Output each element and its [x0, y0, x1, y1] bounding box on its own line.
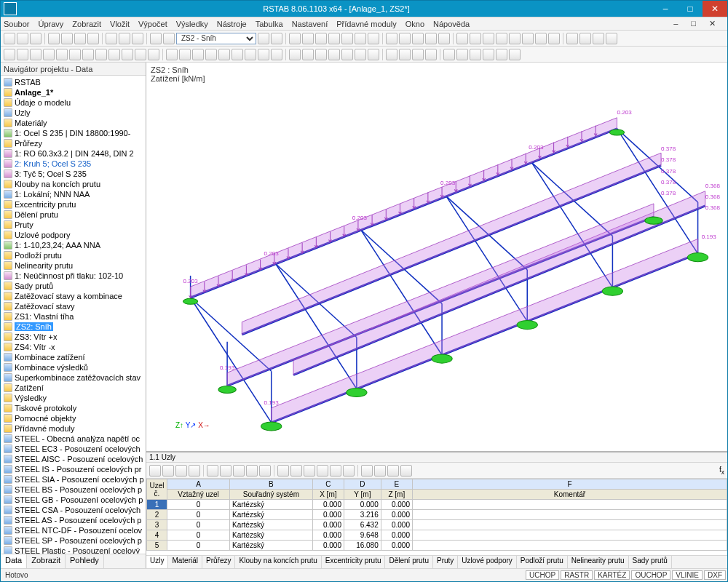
- menu-item[interactable]: Nastavení: [292, 20, 328, 28]
- table-tab[interactable]: Excentricity prutu: [322, 556, 386, 568]
- nav-tab-data[interactable]: Data: [1, 554, 27, 568]
- toolbar-button[interactable]: [566, 33, 578, 44]
- toolbar-button[interactable]: [289, 33, 301, 44]
- toolbar-button[interactable]: [61, 33, 73, 44]
- toolbar-button[interactable]: [205, 49, 217, 60]
- minimize-button[interactable]: –: [653, 1, 678, 17]
- toolbar-button[interactable]: [328, 33, 340, 44]
- toolbar-button[interactable]: [496, 49, 507, 60]
- project-tree[interactable]: RSTAB Anlage_1*Údaje o modeluUzlyMateriá…: [1, 76, 146, 554]
- tree-node[interactable]: STEEL AISC - Posouzení ocelových: [2, 454, 146, 464]
- toolbar-button[interactable]: [535, 33, 547, 44]
- toolbar-button[interactable]: [192, 49, 204, 60]
- tree-node[interactable]: 1: Neúčinnost při tlaku: 102-10: [2, 271, 146, 281]
- tree-node[interactable]: ZS4: Vítr -x: [2, 342, 146, 352]
- toolbar-button[interactable]: [579, 33, 591, 44]
- menu-item[interactable]: Nástroje: [217, 20, 247, 28]
- tree-node[interactable]: ZS3: Vítr +x: [2, 332, 146, 342]
- menu-item[interactable]: Vložit: [110, 20, 130, 28]
- tree-node[interactable]: STEEL CSA - Posouzení ocelových: [2, 505, 146, 515]
- toolbar-button[interactable]: [425, 49, 437, 60]
- toolbar-button[interactable]: [341, 33, 353, 44]
- toolbar-button[interactable]: [163, 33, 175, 44]
- tree-node[interactable]: Kombinace výsledků: [2, 362, 146, 372]
- toolbar-button[interactable]: [56, 49, 68, 60]
- table-tab[interactable]: Podloží prutu: [517, 556, 568, 568]
- toolbar-button[interactable]: [69, 49, 81, 60]
- mdi-close-icon[interactable]: ✕: [709, 19, 716, 28]
- tree-node[interactable]: 1: RO 60.3x3.2 | DIN 2448, DIN 2: [2, 148, 146, 159]
- toolbar-button[interactable]: [132, 33, 143, 44]
- tree-node[interactable]: Materiály: [2, 118, 146, 128]
- table-tab[interactable]: Materiál: [168, 556, 202, 568]
- toolbar-button[interactable]: [119, 33, 130, 44]
- toolbar-button[interactable]: [438, 33, 450, 44]
- toolbar-button[interactable]: [232, 49, 243, 60]
- tree-node[interactable]: 1: Lokální; NNN NAA: [2, 189, 146, 199]
- toolbar-button[interactable]: [17, 33, 28, 44]
- tree-node[interactable]: Zatěžovací stavy: [2, 301, 146, 311]
- toolbar-button[interactable]: [496, 33, 507, 44]
- toolbar-button[interactable]: [315, 33, 327, 44]
- tree-node[interactable]: ZS2: Sníh: [2, 322, 146, 332]
- table-tab[interactable]: Dělení prutu: [385, 556, 432, 568]
- tree-node[interactable]: Údaje o modelu: [2, 97, 146, 108]
- tree-model[interactable]: Anlage_1*: [2, 87, 146, 97]
- toolbar-button[interactable]: [48, 33, 60, 44]
- tree-node[interactable]: Nelinearity prutu: [2, 260, 146, 271]
- table-tab[interactable]: Sady prutů: [629, 556, 672, 568]
- toolbar-button[interactable]: [456, 49, 468, 60]
- menu-item[interactable]: Úpravy: [38, 20, 63, 28]
- mdi-min-icon[interactable]: –: [673, 19, 678, 28]
- tree-node[interactable]: Klouby na koncích prutu: [2, 179, 146, 189]
- toolbar-button[interactable]: [30, 33, 41, 44]
- tree-node[interactable]: 1: 1-10,23,24; AAA NNA: [2, 240, 146, 250]
- tree-node[interactable]: STEEL GB - Posouzení ocelových p: [2, 495, 146, 505]
- menu-item[interactable]: Výpočet: [138, 20, 167, 28]
- toolbar-button[interactable]: [95, 49, 107, 60]
- tree-node[interactable]: Superkombinace zatěžovacích stav: [2, 372, 146, 383]
- tree-node[interactable]: Sady prutů: [2, 281, 146, 291]
- tree-node[interactable]: STEEL IS - Posouzení ocelových pr: [2, 464, 146, 474]
- menu-item[interactable]: Okno: [405, 20, 424, 28]
- toolbar-button[interactable]: [74, 33, 86, 44]
- toolbar-button[interactable]: [179, 49, 191, 60]
- mdi-max-icon[interactable]: □: [691, 19, 696, 28]
- toolbar-button[interactable]: [166, 49, 178, 60]
- tree-node[interactable]: STEEL Plastic - Posouzení ocelový: [2, 546, 146, 554]
- toolbar-button[interactable]: [271, 33, 282, 44]
- toolbar-button[interactable]: [135, 49, 146, 60]
- toolbar-button[interactable]: [399, 49, 411, 60]
- toolbar-button[interactable]: [4, 49, 15, 60]
- toolbar-button[interactable]: [122, 49, 133, 60]
- toolbar-button[interactable]: [4, 33, 15, 44]
- toolbar-button[interactable]: [258, 33, 269, 44]
- toolbar-button[interactable]: [108, 49, 120, 60]
- tree-node[interactable]: Podloží prutu: [2, 250, 146, 260]
- tree-node[interactable]: STEEL - Obecná analýza napětí oc: [2, 434, 146, 444]
- tree-node[interactable]: Zatížení: [2, 383, 146, 393]
- toolbar-button[interactable]: [315, 49, 327, 60]
- toolbar-button[interactable]: [386, 49, 397, 60]
- toolbar-button[interactable]: [328, 49, 340, 60]
- toolbar-button[interactable]: [443, 49, 455, 60]
- toolbar-button[interactable]: [470, 33, 481, 44]
- toolbar-button[interactable]: [43, 49, 55, 60]
- menu-item[interactable]: Soubor: [4, 20, 29, 28]
- tree-node[interactable]: STEEL SP - Posouzení ocelových p: [2, 535, 146, 546]
- tree-node[interactable]: Excentricity prutu: [2, 199, 146, 210]
- data-table[interactable]: Uzel č.ABCDEFVztažný uzelSouřadný systém…: [146, 479, 727, 555]
- toolbar-button[interactable]: [399, 33, 411, 44]
- tree-node[interactable]: Kombinace zatížení: [2, 352, 146, 362]
- toolbar-button[interactable]: [150, 33, 162, 44]
- toolbar-button[interactable]: [355, 49, 366, 60]
- status-tag[interactable]: RASTR: [561, 570, 593, 580]
- toolbar-button[interactable]: [456, 33, 468, 44]
- tree-node[interactable]: Dělení prutu: [2, 210, 146, 220]
- toolbar-button[interactable]: [509, 33, 521, 44]
- loadcase-select[interactable]: ZS2 - Sníh: [176, 33, 256, 44]
- toolbar-button[interactable]: [368, 49, 379, 60]
- status-tag[interactable]: UCHOP: [526, 570, 559, 580]
- toolbar-button[interactable]: [483, 49, 494, 60]
- toolbar-button[interactable]: [258, 49, 269, 60]
